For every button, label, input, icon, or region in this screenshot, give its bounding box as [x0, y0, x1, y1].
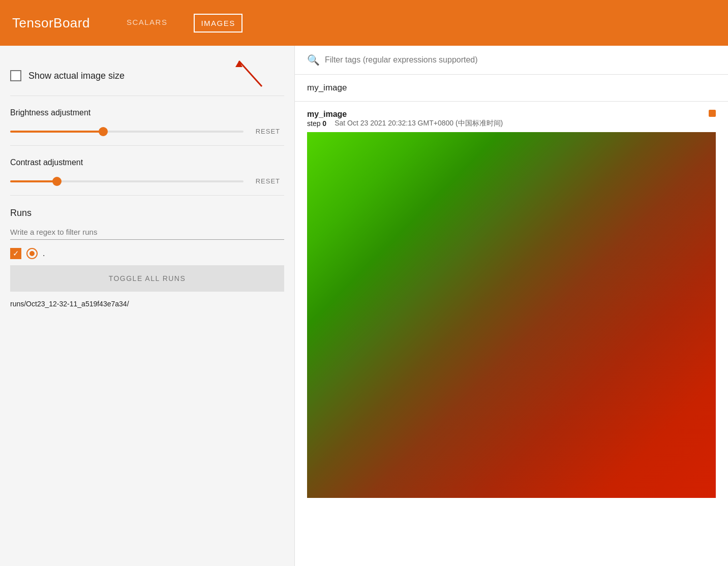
run-checkbox[interactable]: ✓ — [10, 248, 21, 259]
image-card-meta: step 0 Sat Oct 23 2021 20:32:13 GMT+0800… — [307, 119, 503, 128]
brightness-thumb[interactable] — [99, 127, 108, 136]
show-image-size-checkbox[interactable] — [10, 70, 21, 81]
run-item: ✓ . — [10, 248, 284, 259]
brightness-slider[interactable] — [10, 127, 244, 137]
brightness-section: Brightness adjustment RESET — [10, 96, 284, 146]
brightness-track — [10, 131, 244, 133]
contrast-slider[interactable] — [10, 176, 244, 186]
contrast-track — [10, 180, 244, 182]
filter-tags-input[interactable] — [325, 55, 716, 65]
contrast-fill — [10, 180, 57, 182]
contrast-reset-button[interactable]: RESET — [252, 175, 284, 187]
radio-inner — [29, 251, 35, 256]
content-area: 🔍 my_image my_image step 0 Sat Oct 23 20… — [295, 46, 728, 566]
run-path: runs/Oct23_12-32-11_a519f43e7a34/ — [10, 300, 284, 308]
run-radio[interactable] — [26, 248, 38, 259]
contrast-thumb[interactable] — [52, 177, 62, 186]
toggle-all-runs-button[interactable]: TOGGLE ALL RUNS — [10, 265, 284, 292]
brightness-slider-row: RESET — [10, 125, 284, 137]
image-card-step-label: step 0 — [307, 119, 326, 128]
image-card-name: my_image — [307, 110, 503, 119]
brightness-label: Brightness adjustment — [10, 108, 284, 117]
search-icon: 🔍 — [307, 54, 320, 66]
show-image-size-label: Show actual image size — [28, 71, 125, 81]
contrast-slider-row: RESET — [10, 175, 284, 187]
image-card-header: my_image step 0 Sat Oct 23 2021 20:32:13… — [307, 110, 716, 128]
image-card: my_image step 0 Sat Oct 23 2021 20:32:13… — [295, 102, 728, 498]
runs-section: Runs ✓ . TOGGLE ALL RUNS runs/Oct23_12-3… — [10, 196, 284, 316]
image-section: my_image my_image step 0 Sat Oct 23 2021… — [295, 75, 728, 498]
filter-bar: 🔍 — [295, 46, 728, 75]
sidebar: Show actual image size Brightness adjust… — [0, 46, 295, 566]
image-card-title-block: my_image step 0 Sat Oct 23 2021 20:32:13… — [307, 110, 503, 128]
header: TensorBoard SCALARS IMAGES — [0, 0, 728, 46]
svg-line-0 — [239, 61, 262, 86]
run-color-dot — [709, 110, 716, 117]
app-title: TensorBoard — [12, 15, 90, 31]
nav-images[interactable]: IMAGES — [194, 14, 242, 33]
runs-label: Runs — [10, 208, 284, 218]
main-container: Show actual image size Brightness adjust… — [0, 46, 728, 566]
brightness-fill — [10, 131, 103, 133]
nav-scalars[interactable]: SCALARS — [120, 14, 174, 33]
checkmark-icon: ✓ — [13, 249, 19, 258]
image-section-header: my_image — [295, 75, 728, 102]
arrow-annotation — [211, 56, 272, 91]
image-display — [307, 132, 716, 498]
runs-filter-input[interactable] — [10, 225, 284, 240]
contrast-label: Contrast adjustment — [10, 158, 284, 167]
brightness-reset-button[interactable]: RESET — [252, 125, 284, 137]
contrast-section: Contrast adjustment RESET — [10, 146, 284, 196]
image-card-timestamp: Sat Oct 23 2021 20:32:13 GMT+0800 (中国标准时… — [335, 119, 503, 128]
run-name: . — [43, 249, 45, 258]
header-nav: SCALARS IMAGES — [120, 14, 242, 33]
